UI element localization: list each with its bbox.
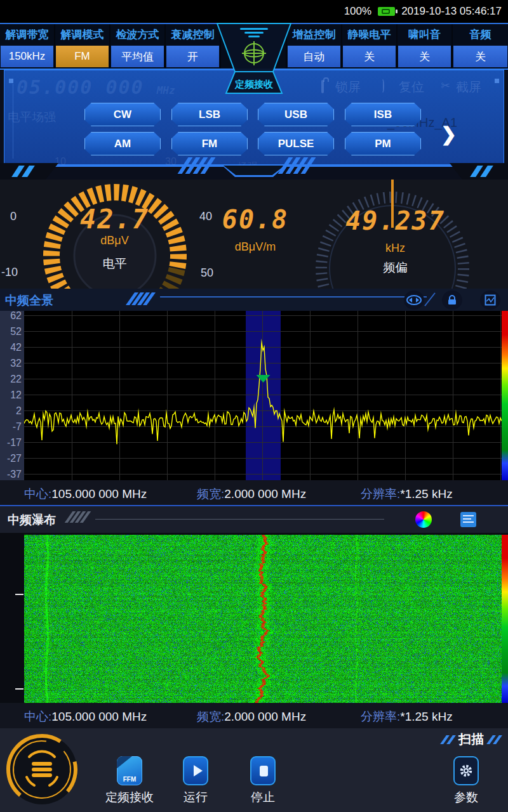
toolbar-item-label: 定频接收 xyxy=(100,789,159,806)
mode-button-pulse[interactable]: PULSE xyxy=(258,132,334,155)
menu-label: 解调带宽 xyxy=(0,24,54,45)
y-tick-label: -27 xyxy=(1,453,22,464)
battery-charging-icon xyxy=(378,7,395,16)
deco-line xyxy=(160,296,427,298)
deco-stripes xyxy=(283,157,311,174)
reset-button[interactable]: 复位 xyxy=(399,79,424,96)
ghost-level-field-label: 电平场强 xyxy=(8,109,56,126)
y-tick-label: -17 xyxy=(1,437,22,449)
y-tick-label: 62 xyxy=(1,310,22,322)
mode-button-isb[interactable]: ISB xyxy=(345,103,421,126)
toolbar-item-ffm[interactable]: FFM 定频接收 xyxy=(100,756,159,806)
level-unit: dBμV xyxy=(62,234,167,247)
demod-bandwidth-button[interactable]: 150kHz xyxy=(1,46,53,67)
attenuation-button[interactable]: 开 xyxy=(166,46,219,67)
demod-mode-button[interactable]: FM xyxy=(56,46,109,67)
toolbar-item-stop[interactable]: 停止 xyxy=(234,756,292,806)
mode-button-cw[interactable]: CW xyxy=(84,103,161,126)
spectrum-header: 中频全景 xyxy=(0,289,508,311)
trace-settings-icon[interactable] xyxy=(480,291,500,310)
mode-button-lsb[interactable]: LSB xyxy=(171,103,248,126)
y-tick-label: 12 xyxy=(1,390,22,401)
receiver-app: 100% 2019-10-13 05:46:17 解调带宽 150kHz 解调模… xyxy=(0,0,508,812)
params-icon xyxy=(453,756,479,785)
menu-item-audio: 音频 关 xyxy=(453,24,508,69)
mode-button-fm[interactable]: FM xyxy=(171,132,248,155)
toolbar-item-params[interactable]: 参数 xyxy=(437,756,495,806)
spectrum-y-axis: 6252423222122-7-17-27-37 xyxy=(0,311,24,480)
toolbar-item-label: 停止 xyxy=(234,789,292,806)
waterfall-info-row: 中心:105.000 000 MHz 频宽:2.000 000 MHz 分辨率:… xyxy=(0,703,508,729)
panel-corner-marker xyxy=(9,79,13,83)
freq-offset-unit: kHz xyxy=(340,242,451,255)
menu-item-attenuation: 衰减控制 开 xyxy=(166,24,221,69)
menu-label: 解调模式 xyxy=(55,24,109,45)
level-label: 电平 xyxy=(62,256,167,272)
y-tick-label: 52 xyxy=(1,326,22,337)
meters-section: 0 40 -10 50 42.7 dBμV 电平 60.8 dBμV/m 49.… xyxy=(0,180,508,289)
screenshot-icon[interactable]: ✂ xyxy=(441,79,450,93)
ffm-mode-label: 定频接收 xyxy=(217,79,291,91)
status-bar: 100% 2019-10-13 05:46:17 xyxy=(0,0,508,23)
level-value: 42.7 xyxy=(62,204,167,235)
stop-icon xyxy=(250,756,276,785)
waterfall-header: 中频瀑布 xyxy=(0,506,508,533)
deco-line xyxy=(95,519,384,520)
deco-corner-right xyxy=(450,163,508,180)
lock-screen-button[interactable]: 锁屏 xyxy=(335,79,361,96)
spectrum-canvas[interactable] xyxy=(24,311,502,480)
mode-button-usb[interactable]: USB xyxy=(258,103,334,126)
deco-corner-left xyxy=(0,163,58,180)
main-menu-button[interactable] xyxy=(4,731,80,808)
waterfall-canvas[interactable] xyxy=(24,535,502,703)
menu-label: 啸叫音 xyxy=(398,24,451,45)
mode-button-am[interactable]: AM xyxy=(84,132,161,155)
palette-icon[interactable] xyxy=(415,511,432,528)
spectrum-title: 中频全景 xyxy=(5,292,53,309)
deco-stripes xyxy=(69,511,87,523)
toolbar-item-label: 参数 xyxy=(437,789,495,806)
menu-item-gain-control: 增益控制 自动 xyxy=(287,24,342,69)
freq-offset-value: 49.237 xyxy=(340,206,451,235)
gain-control-button[interactable]: 自动 xyxy=(288,46,340,67)
center-frequency-readout: 中心:105.000 000 MHz xyxy=(24,709,147,725)
bottom-toolbar: 扫描 FFM 定频接收 运行 停止 xyxy=(0,728,508,812)
ffm-mode-badge[interactable]: 定频接收 xyxy=(217,23,291,94)
menu-item-demod-mode: 解调模式 FM xyxy=(55,24,110,69)
y-tick-label: -7 xyxy=(1,421,22,433)
gauge-tick-label: 0 xyxy=(10,210,17,223)
chevron-bar xyxy=(244,32,264,34)
menu-label: 衰减控制 xyxy=(166,24,220,45)
waterfall-title: 中频瀑布 xyxy=(8,512,56,528)
waterfall-colorbar xyxy=(502,535,508,703)
menu-item-squelch: 静噪电平 关 xyxy=(342,24,398,69)
lock-screen-icon[interactable] xyxy=(321,81,324,93)
toolbar-item-run[interactable]: 运行 xyxy=(166,756,225,806)
resolution-readout: 分辨率:*1.25 kHz xyxy=(361,709,453,725)
menu-label: 音频 xyxy=(453,24,508,45)
deco-stripes xyxy=(130,292,151,305)
pan-icon[interactable] xyxy=(404,291,424,310)
screenshot-button[interactable]: 截屏 xyxy=(456,79,481,96)
menu-label: 增益控制 xyxy=(287,24,341,45)
next-page-arrow[interactable]: ❯ xyxy=(441,123,457,145)
field-strength-value: 60.8 xyxy=(204,205,306,234)
y-tick-label: -37 xyxy=(1,469,22,480)
detector-mode-button[interactable]: 平均值 xyxy=(111,46,164,67)
spectrum-plot: 6252423222122-7-17-27-37 xyxy=(0,311,508,480)
deco-line xyxy=(424,292,436,306)
list-icon[interactable] xyxy=(460,512,476,527)
center-frequency-readout: 中心:105.000 000 MHz xyxy=(24,486,147,502)
scan-tab[interactable]: 扫描 xyxy=(443,731,499,748)
audio-button[interactable]: 关 xyxy=(453,46,507,67)
resolution-readout: 分辨率:*1.25 kHz xyxy=(361,486,453,502)
howl-tone-button[interactable]: 关 xyxy=(398,46,451,67)
y-tick-label: 32 xyxy=(1,358,22,369)
reset-icon[interactable] xyxy=(382,81,384,92)
squelch-button[interactable]: 关 xyxy=(343,46,396,67)
y-tick-label: 2 xyxy=(1,405,22,417)
mode-button-pm[interactable]: PM xyxy=(345,132,421,155)
gauge-tick-label: 50 xyxy=(201,266,213,280)
chevron-bar xyxy=(240,28,268,30)
lock-icon[interactable] xyxy=(442,291,462,310)
